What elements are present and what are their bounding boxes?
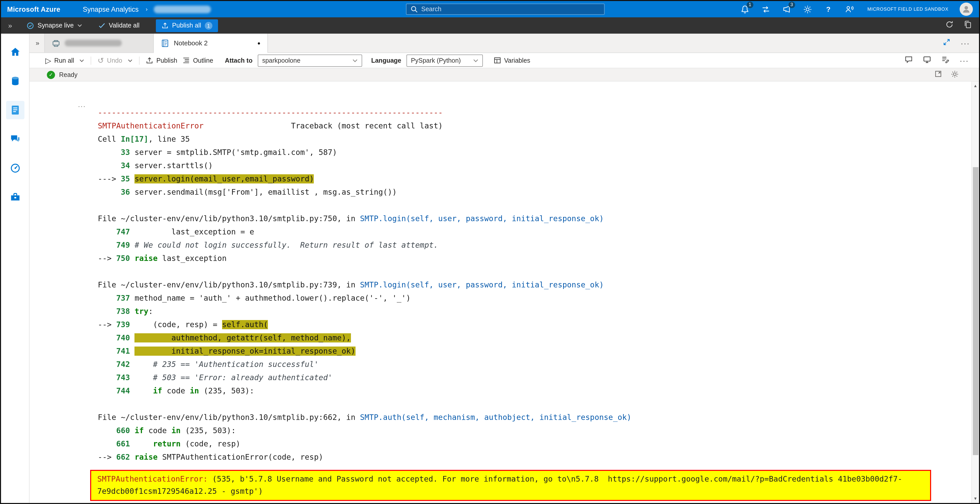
nav-data[interactable] [6,72,24,90]
session-details-button[interactable] [923,56,931,65]
toolbar-divider [139,56,140,64]
outline-label: Outline [193,57,213,64]
gear-icon [803,5,812,13]
alerts-button[interactable]: 3 [782,4,792,14]
gauge-icon [10,163,21,174]
language-dropdown[interactable]: PySpark (Python) [406,54,483,67]
validate-all-button[interactable]: Validate all [98,22,139,29]
configure-session-button[interactable] [941,56,950,65]
switch-directory-button[interactable] [761,4,771,14]
notebook-icon [161,39,169,47]
undo-label: Undo [107,57,122,64]
chevron-down-icon [128,59,132,62]
expand-develop-pane-chevron[interactable]: » [30,39,44,47]
comments-button[interactable] [905,56,913,65]
search-input[interactable] [421,6,600,13]
studio-body: » Notebook 2 ● ··· [1,33,979,503]
nav-manage[interactable] [6,188,24,206]
publish-button[interactable]: Publish [143,57,180,64]
nav-home[interactable] [6,43,24,61]
chevron-down-icon [352,59,357,62]
publish-all-button[interactable]: Publish all 1 [156,19,218,32]
tab-more-options[interactable]: ··· [961,39,970,48]
settings-button[interactable] [803,4,813,14]
expand-editor-button[interactable] [943,38,950,48]
workspace-name-blurred[interactable] [154,5,211,13]
notebook-more-options[interactable]: ··· [959,56,969,65]
chevron-down-icon [473,59,478,62]
undo-icon: ↺ [97,57,104,64]
mode-selector[interactable]: Synapse live [27,22,82,29]
publish-label: Publish [156,57,177,64]
variables-grid-icon [493,57,501,64]
notebook-document-icon [10,104,21,116]
traceback-output: ----------------------------------------… [98,106,632,464]
nav-integrate[interactable] [6,130,24,148]
person-icon [962,5,971,14]
notifications-button[interactable]: 1 [740,4,750,14]
open-panel-icon [935,70,942,77]
scroll-up-arrow[interactable]: ▲ [972,84,979,88]
notebook-toolbar: ▷ Run all ↺ Undo Publish Outline [30,53,979,68]
scrollbar-thumb[interactable] [973,167,978,455]
expand-hub-chevron[interactable]: » [8,21,12,30]
alert-badge: 3 [789,1,795,8]
develop-main: » Notebook 2 ● ··· [30,33,979,503]
attach-to-dropdown[interactable]: sparkpoolone [258,54,362,67]
tab-bar-right: ··· [943,33,979,53]
run-all-button[interactable]: ▷ Run all [43,57,77,64]
tab-sql-script[interactable] [44,33,154,53]
azure-brand[interactable]: Microsoft Azure [7,5,60,13]
tab-bar: » Notebook 2 ● ··· [30,33,979,53]
publish-upload-icon [146,57,153,64]
synapse-live-icon [27,22,34,29]
undo-button[interactable]: ↺ Undo [95,57,125,64]
vertical-scrollbar[interactable]: ▲ ▼ [971,81,979,503]
play-icon: ▷ [45,57,51,64]
tab-label-blurred [65,40,122,46]
help-button[interactable]: ? [824,4,833,14]
feedback-button[interactable] [845,4,854,14]
publish-all-label: Publish all [172,22,201,29]
toolbox-icon [10,191,21,203]
nav-monitor[interactable] [6,159,24,177]
run-options-chevron[interactable] [77,59,88,62]
undo-options-chevron[interactable] [125,59,135,62]
account-avatar[interactable] [959,3,973,16]
global-search[interactable] [406,3,605,15]
screenshot-viewport: Microsoft Azure Synapse Analytics › 1 3 [0,0,980,504]
unsaved-indicator: ● [257,40,260,46]
synapse-studio-window: Microsoft Azure Synapse Analytics › 1 3 [0,0,980,504]
status-bar-right [935,70,962,79]
chat-bubbles-icon [10,134,21,145]
topbar-right: 1 3 ? MICROSOFT FIELD LED SANDBOX [740,3,973,16]
outline-button[interactable]: Outline [180,57,216,64]
topbar-left: Microsoft Azure Synapse Analytics › [7,5,211,13]
search-icon [410,6,418,13]
notebook-toolbar-right: ··· [905,56,971,65]
gear-icon [951,70,959,78]
configure-session-icon [941,56,950,64]
error-box: SMTPAuthenticationError: (535, b'5.7.8 U… [90,470,931,501]
validate-check-icon [98,22,105,29]
product-name[interactable]: Synapse Analytics [83,5,138,13]
scroll-down-arrow[interactable]: ▼ [972,496,979,501]
tab-label: Notebook 2 [174,39,208,47]
refresh-button[interactable] [945,21,953,30]
publish-count-badge: 1 [205,22,212,29]
notification-badge: 1 [747,1,753,8]
tenant-name: MICROSOFT FIELD LED SANDBOX [867,6,948,12]
session-settings-button[interactable] [951,70,959,79]
nav-develop[interactable] [6,101,24,119]
variables-button[interactable]: Variables [491,57,533,64]
notebook-content: ... ------------------------------------… [30,81,979,503]
language-label: Language [371,57,401,64]
clipboard-button[interactable] [964,21,972,30]
tab-notebook-2[interactable]: Notebook 2 ● [154,33,268,53]
mode-label: Synapse live [38,22,74,29]
collapsed-cell-indicator[interactable]: ... [78,100,86,108]
database-icon [10,75,21,87]
status-text: Ready [59,71,78,78]
validate-all-label: Validate all [109,22,139,29]
expand-output-button[interactable] [935,70,942,79]
